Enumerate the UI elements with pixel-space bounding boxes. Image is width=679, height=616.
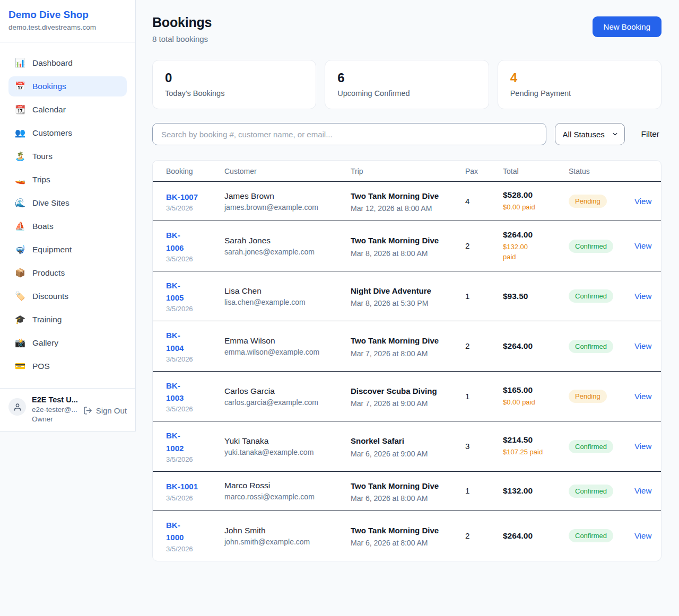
sidebar-item-pos[interactable]: 💳 POS [8,356,127,376]
user-role: Owner [32,415,77,423]
user-info: E2E Test U... e2e-tester@... Owner [32,395,77,423]
dashboard-icon: 📊 [15,59,25,67]
trip-datetime: Mar 8, 2026 at 5:30 PM [351,299,457,307]
sidebar-item-boats[interactable]: ⛵ Boats [8,216,127,236]
booking-id-link[interactable]: BK-1005 [166,279,191,304]
sidebar-item-tours[interactable]: 🏝️ Tours [8,146,127,166]
status-badge: Confirmed [569,289,613,303]
table-row: BK-1007 3/5/2026 James Brown james.brown… [153,182,661,221]
trip-name: Discover Scuba Diving [351,385,439,397]
view-link[interactable]: View [634,531,651,540]
customer-email: carlos.garcia@example.com [224,398,342,407]
view-link[interactable]: View [634,442,651,451]
customer-name: John Smith [224,526,342,535]
trip-name: Two Tank Morning Dive [351,335,439,347]
pos-icon: 💳 [15,362,25,371]
booking-id-link[interactable]: BK-1004 [166,329,191,354]
sidebar-item-bookings[interactable]: 📅 Bookings [8,76,127,96]
bookings-table-card: BookingCustomerTripPaxTotalStatus BK-100… [152,160,661,561]
table-body: BK-1007 3/5/2026 James Brown james.brown… [153,182,661,561]
stat-card-pending-payment: 4 Pending Payment [498,60,661,109]
status-badge: Confirmed [569,440,613,453]
view-link[interactable]: View [634,292,651,301]
total-amount: $165.00 [503,385,560,395]
paid-amount: $0.00 paid [503,202,541,213]
sidebar-item-equipment[interactable]: 🤿 Equipment [8,240,127,260]
booking-id-link[interactable]: BK-1001 [166,480,216,492]
column-header-status: Status [569,161,634,182]
sidebar-item-calendar[interactable]: 📆 Calendar [8,100,127,120]
stat-value: 0 [165,71,303,85]
view-link[interactable]: View [634,392,651,401]
sidebar-item-gallery[interactable]: 📸 Gallery [8,333,127,353]
column-header-trip: Trip [351,161,465,182]
status-badge: Confirmed [569,240,613,253]
status-badge: Confirmed [569,529,613,542]
total-amount: $214.50 [503,435,560,445]
page-title: Bookings [152,15,212,30]
tours-icon: 🏝️ [15,152,25,161]
customer-email: marco.rossi@example.com [224,492,342,501]
trip-name: Two Tank Morning Dive [351,480,439,492]
main-content: Bookings 8 total bookings New Booking 0 … [136,0,679,577]
user-email: e2e-tester@... [32,406,77,413]
customer-name: Lisa Chen [224,286,342,296]
booking-id-link[interactable]: BK-1003 [166,380,191,404]
booking-id-link[interactable]: BK-1000 [166,519,191,544]
trip-name: Two Tank Morning Dive [351,524,439,536]
table-row: BK-1001 3/5/2026 Marco Rossi marco.rossi… [153,471,661,511]
search-input[interactable] [152,123,546,145]
status-filter-select[interactable]: All Statuses [555,123,625,145]
sidebar-item-discounts[interactable]: 🏷️ Discounts [8,286,127,306]
sidebar-item-training[interactable]: 🎓 Training [8,310,127,330]
customer-email: yuki.tanaka@example.com [224,448,342,456]
trips-icon: 🚤 [15,175,25,184]
bookings-icon: 📅 [15,82,25,91]
sidebar-item-customers[interactable]: 👥 Customers [8,123,127,143]
booking-date: 3/5/2026 [166,545,216,553]
training-icon: 🎓 [15,315,25,324]
booking-id-link[interactable]: BK-1006 [166,229,191,254]
dive-sites-icon: 🌊 [15,199,25,207]
boats-icon: ⛵ [15,222,25,231]
booking-date: 3/5/2026 [166,204,216,212]
pax-count: 1 [465,292,469,301]
pax-count: 2 [465,531,469,540]
stat-label: Upcoming Confirmed [337,89,476,98]
view-link[interactable]: View [634,341,651,350]
pax-count: 4 [465,197,469,206]
sidebar-item-products[interactable]: 📦 Products [8,263,127,283]
paid-amount: $107.25 paid [503,447,560,457]
equipment-icon: 🤿 [15,245,25,254]
view-link[interactable]: View [634,197,651,206]
table-row: BK-1004 3/5/2026 Emma Wilson emma.wilson… [153,321,661,372]
table-row: BK-1000 3/5/2026 John Smith john.smith@e… [153,511,661,561]
trip-datetime: Mar 6, 2026 at 9:00 AM [351,450,457,458]
customer-email: lisa.chen@example.com [224,298,342,306]
table-row: BK-1005 3/5/2026 Lisa Chen lisa.chen@exa… [153,271,661,321]
stat-card-today-s-bookings: 0 Today's Bookings [152,60,316,109]
sidebar-item-dive-sites[interactable]: 🌊 Dive Sites [8,193,127,213]
status-badge: Confirmed [569,340,613,353]
sidebar-item-dashboard[interactable]: 📊 Dashboard [8,53,127,73]
trip-datetime: Mar 6, 2026 at 8:00 AM [351,539,457,547]
filter-button[interactable]: Filter [641,129,659,139]
booking-id-link[interactable]: BK-1007 [166,191,216,203]
view-link[interactable]: View [634,241,651,250]
new-booking-button[interactable]: New Booking [593,16,661,37]
pax-count: 1 [465,392,469,401]
booking-date: 3/5/2026 [166,494,216,502]
table-head: BookingCustomerTripPaxTotalStatus [153,161,661,182]
stat-value: 6 [337,71,476,85]
booking-id-link[interactable]: BK-1002 [166,429,191,454]
column-header-total: Total [503,161,569,182]
total-amount: $264.00 [503,341,560,351]
view-link[interactable]: View [634,486,651,495]
sidebar-item-trips[interactable]: 🚤 Trips [8,170,127,190]
sign-out-button[interactable]: Sign Out [83,406,127,415]
trip-name: Snorkel Safari [351,435,439,447]
status-badge: Pending [569,390,607,403]
calendar-icon: 📆 [15,105,25,114]
pax-count: 2 [465,341,469,350]
customer-email: james.brown@example.com [224,203,342,212]
